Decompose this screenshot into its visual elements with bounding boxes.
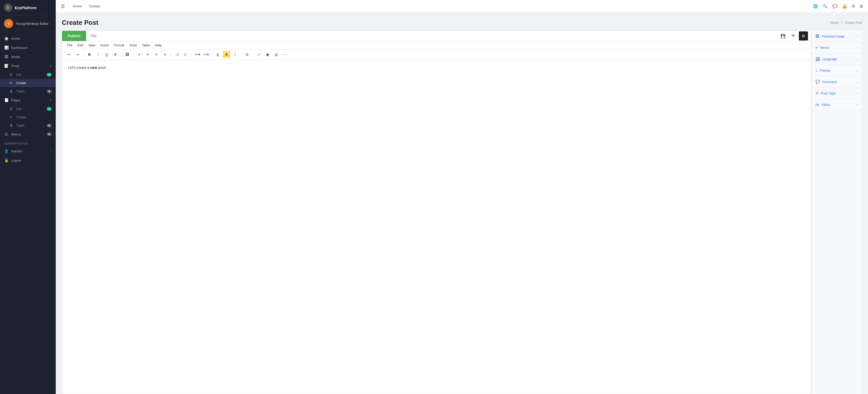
align-center-button[interactable]: ≡ bbox=[144, 51, 152, 58]
title-input[interactable] bbox=[86, 31, 776, 41]
publish-button[interactable]: Publish bbox=[62, 31, 86, 41]
sidebar-sub-label: Trash bbox=[16, 89, 25, 93]
app-name: EzyPlatform bbox=[15, 6, 37, 10]
editor-icon: 🗃 bbox=[815, 103, 819, 107]
chat-icon[interactable]: 💬 bbox=[832, 4, 837, 9]
preview-button[interactable]: 👁 bbox=[789, 31, 798, 40]
posts-icon: 📝 bbox=[4, 64, 9, 68]
right-panel-priority[interactable]: ↕ Priority ‹ bbox=[811, 65, 862, 76]
settings-icon[interactable]: ⚙ bbox=[851, 4, 855, 9]
settings-button[interactable]: ⚙ bbox=[799, 31, 808, 40]
bell-icon[interactable]: 🔔 bbox=[842, 4, 847, 9]
italic-button[interactable]: I bbox=[94, 51, 102, 58]
search-icon[interactable]: 🔍 bbox=[823, 4, 828, 9]
sidebar-item-menus[interactable]: ☰ Menus 0 bbox=[0, 130, 56, 139]
image-button[interactable]: 🖼 bbox=[123, 51, 131, 58]
right-sidebar: 🖼 Featured image ‹ # Terms ‹ 🔤 Language … bbox=[811, 31, 862, 394]
sidebar-item-pages-trash[interactable]: 🗑 Trash 0 bbox=[0, 121, 56, 130]
ordered-list-button[interactable]: ≔▾ bbox=[193, 51, 201, 58]
menu-table[interactable]: Table bbox=[140, 42, 152, 48]
save-button[interactable]: 💾 bbox=[779, 31, 788, 40]
right-panel-featured-image[interactable]: 🖼 Featured image ‹ bbox=[811, 31, 862, 42]
right-panel-comment[interactable]: 💬 Comment ‹ bbox=[811, 76, 862, 88]
create-icon: ✏ bbox=[10, 115, 14, 119]
menu-file[interactable]: File bbox=[65, 42, 74, 48]
home-icon: 🏠 bbox=[4, 36, 9, 40]
sidebar-item-label: Media bbox=[11, 55, 20, 59]
page-title: Create Post bbox=[62, 19, 98, 27]
chevron-left-icon: ‹ bbox=[857, 58, 858, 61]
align-right-button[interactable]: ≡ bbox=[153, 51, 160, 58]
sidebar-item-pages-create[interactable]: ✏ Create bbox=[0, 113, 56, 121]
menu-edit[interactable]: Edit bbox=[75, 42, 85, 48]
sidebar-item-posts-trash[interactable]: 🗑 Trash 0 bbox=[0, 87, 56, 95]
sidebar-item-media[interactable]: 🖼 Media bbox=[0, 52, 56, 61]
align-left-button[interactable]: ≡ bbox=[135, 51, 143, 58]
separator bbox=[241, 52, 241, 57]
editor-menu-bar: File Edit View Insert Format Tools Table… bbox=[62, 41, 811, 50]
sidebar-item-posts-create[interactable]: ✏ Create bbox=[0, 79, 56, 87]
sidebar-item-pages-list[interactable]: ☰ List 1 bbox=[0, 105, 56, 113]
separator bbox=[253, 52, 253, 57]
trash-icon: 🗑 bbox=[10, 89, 14, 93]
menu-view[interactable]: View bbox=[86, 42, 97, 48]
editor-body[interactable]: Let's create a new post! bbox=[62, 60, 811, 394]
chevron-right-icon: › bbox=[51, 46, 52, 49]
right-panel-editor[interactable]: 🗃 Editor ‹ bbox=[811, 99, 862, 110]
menu-help[interactable]: Help bbox=[153, 42, 164, 48]
editor-format-bar: ↩ ↪ B I U S 🖼 ≡ ≡ ≡ ≡ ◁ ▷ bbox=[62, 50, 811, 60]
sidebar-item-home[interactable]: 🏠 Home bbox=[0, 34, 56, 43]
globe-icon[interactable]: 🌐 bbox=[813, 4, 818, 9]
special-chars-button[interactable]: Ω bbox=[243, 51, 251, 58]
font-color-button[interactable]: A bbox=[214, 51, 222, 58]
chevron-down-icon: ∨ bbox=[50, 65, 52, 67]
undo-button[interactable]: ↩ bbox=[65, 51, 73, 58]
redo-button[interactable]: ↪ bbox=[74, 51, 81, 58]
unordered-list-button[interactable]: ≔▾ bbox=[202, 51, 210, 58]
pages-icon: 📄 bbox=[4, 98, 9, 102]
sidebar-item-label: Home bbox=[11, 37, 20, 40]
sidebar-item-dashboard[interactable]: 📊 Dashboard › bbox=[0, 43, 56, 52]
topbar-nav-contact[interactable]: Contact bbox=[86, 3, 103, 10]
menu-format[interactable]: Format bbox=[112, 42, 126, 48]
chevron-left-icon: ‹ bbox=[857, 103, 858, 106]
posts-list-badge: 3 bbox=[46, 73, 52, 76]
preview-toggle-button[interactable]: ◉ bbox=[264, 51, 271, 58]
right-panel-post-type[interactable]: ✳ Post Type ‹ bbox=[811, 88, 862, 99]
sidebar-item-posts[interactable]: 📝 Posts ∨ bbox=[0, 61, 56, 70]
sidebar-item-pages[interactable]: 📄 Pages ∨ bbox=[0, 95, 56, 105]
featured-image-icon: 🖼 bbox=[815, 34, 819, 38]
outdent-button[interactable]: ◁ bbox=[173, 51, 181, 58]
sidebar-item-label: Admins bbox=[11, 150, 22, 153]
right-panel-language[interactable]: 🔤 Language ‹ bbox=[811, 54, 862, 65]
highlight-button[interactable]: A bbox=[223, 51, 230, 58]
sidebar-item-logout[interactable]: 🔓 Logout bbox=[0, 156, 56, 165]
underline-button[interactable]: U bbox=[103, 51, 111, 58]
italic2-button[interactable]: I bbox=[231, 51, 239, 58]
right-panel-terms[interactable]: # Terms ‹ bbox=[811, 42, 862, 54]
sidebar-item-posts-list[interactable]: ☰ List 3 bbox=[0, 70, 56, 79]
sidebar-user: Y Young Monkeys Editor bbox=[0, 15, 56, 32]
right-panel-label: Comment bbox=[823, 80, 837, 84]
app-logo-icon: E bbox=[4, 4, 12, 12]
breadcrumb-parent[interactable]: Posts bbox=[831, 21, 839, 25]
sidebar-item-label: Menus bbox=[11, 132, 21, 136]
apps-icon[interactable]: ⊞ bbox=[860, 4, 863, 9]
hamburger-icon[interactable]: ☰ bbox=[61, 4, 65, 9]
strikethrough-button[interactable]: S bbox=[112, 51, 119, 58]
sidebar-logo[interactable]: E EzyPlatform bbox=[0, 0, 56, 15]
sidebar-item-label: Dashboard bbox=[11, 46, 27, 50]
fullscreen-button[interactable]: ⤢ bbox=[255, 51, 263, 58]
menu-tools[interactable]: Tools bbox=[127, 42, 139, 48]
more-button[interactable]: ··· bbox=[281, 51, 288, 58]
justify-button[interactable]: ≡ bbox=[161, 51, 169, 58]
sidebar-item-admins[interactable]: 👤 Admins › bbox=[0, 146, 56, 156]
sidebar-nav: 🏠 Home 📊 Dashboard › 🖼 Media 📝 Posts ∨ ☰… bbox=[0, 32, 56, 394]
menu-insert[interactable]: Insert bbox=[98, 42, 111, 48]
print-button[interactable]: 🖨 bbox=[272, 51, 280, 58]
topbar-nav-home[interactable]: Home bbox=[70, 3, 85, 10]
sidebar-sub-label: Create bbox=[16, 81, 26, 85]
indent-button[interactable]: ▷ bbox=[182, 51, 189, 58]
editor-body-text-bold: new bbox=[90, 66, 97, 70]
bold-button[interactable]: B bbox=[86, 51, 93, 58]
